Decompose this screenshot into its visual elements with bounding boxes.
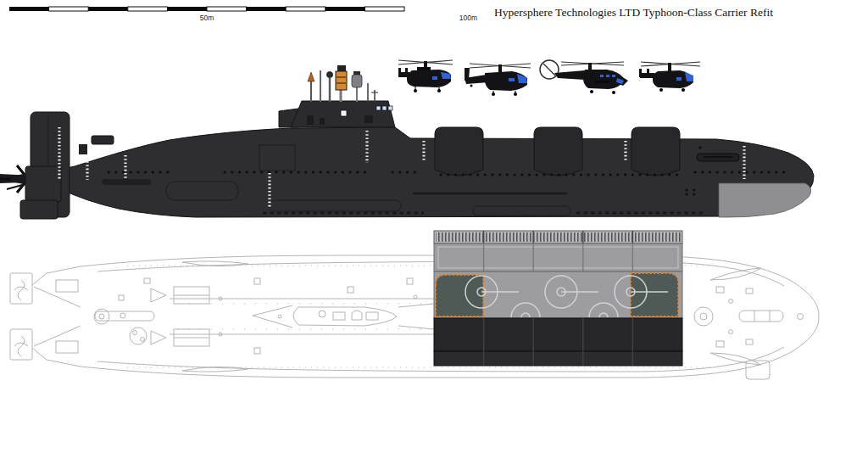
plan-small-hatch xyxy=(144,278,150,283)
plan-dot xyxy=(278,315,281,318)
plan-capstan xyxy=(130,327,147,344)
scale-seg xyxy=(326,7,365,11)
tail-rotor-blade xyxy=(543,64,555,76)
radar-box-cap xyxy=(337,65,346,71)
blueprint-page: 50m 100m Hypersphere Technologies LTD Ty… xyxy=(0,0,868,459)
plan-stern-box xyxy=(56,341,78,353)
hangar-2 xyxy=(534,127,582,176)
plan-dot xyxy=(414,295,417,299)
sail-hatch xyxy=(320,118,325,125)
scale-seg xyxy=(364,7,404,11)
side-window xyxy=(606,75,609,77)
plan-sail-detail xyxy=(366,312,378,320)
radar-box xyxy=(336,71,347,90)
scale-bar: 50m 100m xyxy=(9,7,477,22)
deck-fitting xyxy=(79,144,87,154)
plan-small-hatch xyxy=(254,278,260,284)
stub-wing xyxy=(595,81,609,83)
bow-sonar-dome xyxy=(719,183,811,217)
blueprint-canvas: 50m 100m Hypersphere Technologies LTD Ty… xyxy=(0,0,868,459)
bow-detail-dot xyxy=(698,146,701,148)
sail-window xyxy=(341,110,347,116)
tail-fin-bottom xyxy=(20,200,58,219)
mast-ball-sensor xyxy=(326,71,332,77)
sail-window xyxy=(388,106,392,110)
plan-capstan-dot xyxy=(133,331,137,335)
plan-dot xyxy=(729,330,733,334)
hull-fitting xyxy=(102,179,151,185)
plan-stern-box xyxy=(56,280,78,292)
plan-small-hatch xyxy=(716,287,724,293)
scale-seg xyxy=(49,7,89,11)
plan-triangle-marker xyxy=(151,288,166,302)
plan-sail-detail xyxy=(333,312,345,320)
scale-seg xyxy=(9,7,49,11)
tail-boom xyxy=(640,73,654,78)
wheel-icon xyxy=(612,91,615,94)
deck-elevator-right xyxy=(631,273,678,316)
scale-seg xyxy=(207,7,247,11)
sail-window xyxy=(382,106,387,110)
plan-fairing-slot xyxy=(710,268,761,280)
tail-fin-base xyxy=(25,166,61,202)
deck-hangars xyxy=(435,127,680,176)
wheel-icon xyxy=(437,89,441,92)
plan-dot xyxy=(729,299,733,304)
wheel-icon xyxy=(590,90,593,93)
page-title: Hypersphere Technologies LTD Typhoon-Cla… xyxy=(494,6,773,19)
plan-triangle-marker xyxy=(151,331,166,344)
plan-propeller xyxy=(14,280,28,300)
scale-seg xyxy=(167,7,207,11)
tail-boom xyxy=(554,70,585,80)
plan-pod-detail xyxy=(120,313,125,318)
sail-hatch xyxy=(364,115,373,123)
submarine-plan-view xyxy=(10,255,819,379)
plan-capstan-dot xyxy=(141,338,145,342)
plan-prop-housing xyxy=(10,273,32,304)
submarine-side-view xyxy=(0,65,814,219)
scale-seg xyxy=(286,7,326,11)
plan-casing-wedge xyxy=(253,305,292,327)
sail xyxy=(279,101,395,127)
plan-small-hatch xyxy=(119,295,124,300)
plan-torpedo-fairing xyxy=(739,311,783,322)
plan-hatch-circle xyxy=(99,314,104,319)
wheel-icon xyxy=(659,88,663,92)
scale-label-50m: 50m xyxy=(200,14,214,22)
plan-bow-capstan xyxy=(694,307,713,326)
plan-sail-detail xyxy=(319,311,326,317)
wheel-icon xyxy=(682,88,685,92)
plan-sail-detail xyxy=(352,311,362,320)
plan-stern-fin xyxy=(34,287,81,307)
sail-window xyxy=(376,106,381,110)
wheel-icon xyxy=(492,92,495,96)
deck-elevator-left xyxy=(436,275,483,316)
helicopter-2 xyxy=(465,64,531,96)
plan-propeller xyxy=(14,336,28,356)
plan-small-hatch xyxy=(348,287,353,293)
plan-hull-outline xyxy=(32,255,819,378)
plan-fairing-slot xyxy=(710,353,761,365)
side-window xyxy=(676,77,682,81)
mast-array xyxy=(308,65,378,102)
plan-small-hatch xyxy=(254,348,260,354)
plan-bow-dot xyxy=(798,314,804,320)
deck-dark-lower-row xyxy=(434,351,682,366)
snorkel-head xyxy=(352,75,362,87)
scale-seg xyxy=(88,7,128,11)
snorkel-cap xyxy=(353,71,360,75)
deck-fitting xyxy=(92,136,114,144)
plan-bow-capstan xyxy=(700,313,707,320)
flight-deck-structure xyxy=(434,231,682,366)
side-window xyxy=(600,75,604,77)
tail-fin-assembly xyxy=(20,112,70,219)
plan-casing-line xyxy=(398,304,434,329)
tail-wheel-icon xyxy=(470,85,473,87)
hull-side xyxy=(34,127,814,217)
hangar-1 xyxy=(435,127,483,176)
side-window xyxy=(509,78,515,81)
plan-small-hatch xyxy=(716,341,724,347)
engine-housing xyxy=(417,67,431,70)
deck-panel-row xyxy=(434,243,682,271)
hangar-3 xyxy=(632,127,680,176)
